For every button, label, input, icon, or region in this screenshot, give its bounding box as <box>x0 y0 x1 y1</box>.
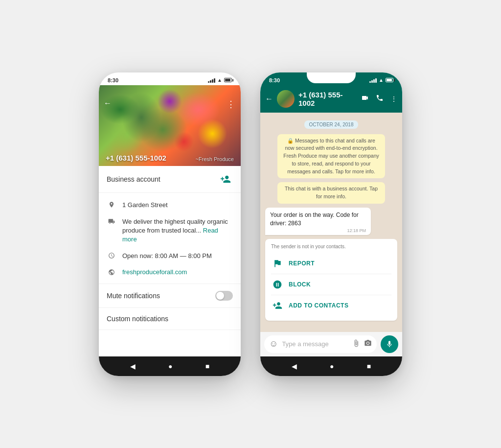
add-to-contacts-icon <box>271 299 284 312</box>
report-action[interactable]: REPORT <box>271 253 391 274</box>
custom-notifications-label: Custom notitications <box>107 315 168 323</box>
mic-button[interactable] <box>381 335 398 353</box>
signal-icon-2 <box>369 78 377 83</box>
phone-profile: 8:30 ▲ ← ⋮ <box>99 72 241 376</box>
home-nav-button-2[interactable]: ● <box>330 362 334 370</box>
profile-hero: ← ⋮ +1 (631) 555-1002 ~Fresh Produce <box>99 85 241 166</box>
status-icons-1: ▲ <box>208 77 232 83</box>
video-call-button[interactable] <box>361 94 369 103</box>
home-nav-button-1[interactable]: ● <box>168 362 172 370</box>
system-encryption-message[interactable]: 🔒 Messages to this chat and calls are no… <box>277 134 385 179</box>
phone-profile-content: ← ⋮ +1 (631) 555-1002 ~Fresh Produce Bus… <box>99 85 241 376</box>
nav-bar-2: ◀ ● ■ <box>260 356 402 376</box>
message-input[interactable]: Type a message <box>282 340 348 348</box>
chat-header-icons: ⋮ <box>361 94 397 103</box>
address-item: 1 Garden Street <box>99 197 241 213</box>
hours-item: Open now: 8:00 AM — 8:00 PM <box>99 248 241 264</box>
chat-input-bar: ☺ Type a message <box>260 332 402 356</box>
profile-phone-number: +1 (631) 555-1002 <box>106 154 166 162</box>
phone-notch-2 <box>307 72 356 83</box>
order-message-text: Your order is on the way. Code for drive… <box>270 211 366 228</box>
wifi-icon-1: ▲ <box>217 77 222 83</box>
report-label: REPORT <box>289 260 315 267</box>
phones-container: 8:30 ▲ ← ⋮ <box>79 53 422 396</box>
recents-nav-button-2[interactable]: ■ <box>367 362 371 370</box>
chat-avatar <box>277 90 295 108</box>
description-text: We deliver the highest quality organic p… <box>122 217 233 244</box>
block-icon <box>271 278 284 291</box>
back-nav-button-1[interactable]: ◀ <box>130 362 136 370</box>
clock-icon <box>107 252 116 259</box>
chat-menu-button[interactable]: ⋮ <box>390 95 397 103</box>
delivery-icon <box>107 218 116 225</box>
recents-nav-button-1[interactable]: ■ <box>205 362 209 370</box>
signal-icon-1 <box>208 78 215 83</box>
status-icons-2: ▲ <box>369 77 393 83</box>
battery-icon-1 <box>224 78 232 82</box>
emoji-button[interactable]: ☺ <box>269 339 278 349</box>
block-label: BLOCK <box>289 281 311 288</box>
add-to-contacts-label: ADD TO CONTACTS <box>289 302 348 309</box>
add-contact-button[interactable] <box>218 172 233 187</box>
chat-back-button[interactable]: ← <box>265 94 273 103</box>
order-message-bubble: Your order is on the way. Code for drive… <box>265 208 371 236</box>
chat-body: OCTOBER 24, 2018 🔒 Messages to this chat… <box>260 113 402 332</box>
camera-button[interactable] <box>364 339 372 349</box>
phone-call-button[interactable] <box>376 94 384 103</box>
chat-input-wrap: ☺ Type a message <box>264 335 377 353</box>
profile-info-list: 1 Garden Street We deliver the highest q… <box>99 193 241 284</box>
chat-header: ← +1 (631) 555-1002 ⋮ <box>260 85 402 113</box>
status-time-1: 8:30 <box>108 77 118 83</box>
action-card: The sender is not in your contacts. REPO… <box>265 239 397 321</box>
business-account-section: Business account <box>99 166 241 193</box>
block-action[interactable]: BLOCK <box>271 274 391 295</box>
date-divider: OCTOBER 24, 2018 <box>265 119 397 128</box>
mute-notifications-item: Mute notifications <box>99 284 241 308</box>
location-icon <box>107 201 116 208</box>
profile-menu-button[interactable]: ⋮ <box>227 99 236 110</box>
description-item: We deliver the highest quality organic p… <box>99 213 241 248</box>
back-nav-button-2[interactable]: ◀ <box>292 362 297 370</box>
website-item: freshproduceforall.com <box>99 264 241 280</box>
profile-body: Business account <box>99 166 241 356</box>
attachment-button[interactable] <box>352 339 360 349</box>
mute-toggle[interactable] <box>215 291 233 301</box>
phone-chat: 8:30 ▲ ← +1 (631) 555-1002 <box>260 72 402 376</box>
custom-notifications-item[interactable]: Custom notitications <box>99 308 241 330</box>
wifi-icon-2: ▲ <box>379 77 384 83</box>
battery-icon-2 <box>386 78 393 82</box>
system-business-message[interactable]: This chat is with a business account. Ta… <box>277 182 385 204</box>
profile-business-name: ~Fresh Produce <box>195 156 234 162</box>
mute-notifications-label: Mute notifications <box>107 292 160 300</box>
action-card-header: The sender is not in your contacts. <box>271 244 391 249</box>
nav-bar-1: ◀ ● ■ <box>99 356 241 376</box>
globe-icon <box>107 269 116 276</box>
add-to-contacts-action[interactable]: ADD TO CONTACTS <box>271 295 391 316</box>
order-message-time: 12:18 PM <box>270 228 366 233</box>
website-link[interactable]: freshproduceforall.com <box>122 268 187 276</box>
phone-notch <box>145 72 194 83</box>
profile-back-button[interactable]: ← <box>104 99 112 108</box>
hours-text: Open now: 8:00 AM — 8:00 PM <box>122 252 212 260</box>
status-time-2: 8:30 <box>269 77 280 83</box>
address-text: 1 Garden Street <box>122 201 168 210</box>
profile-name-bar: +1 (631) 555-1002 ~Fresh Produce <box>99 150 241 166</box>
chat-contact-name[interactable]: +1 (631) 555-1002 <box>298 91 357 107</box>
report-icon <box>271 257 284 270</box>
business-account-label: Business account <box>107 175 160 183</box>
